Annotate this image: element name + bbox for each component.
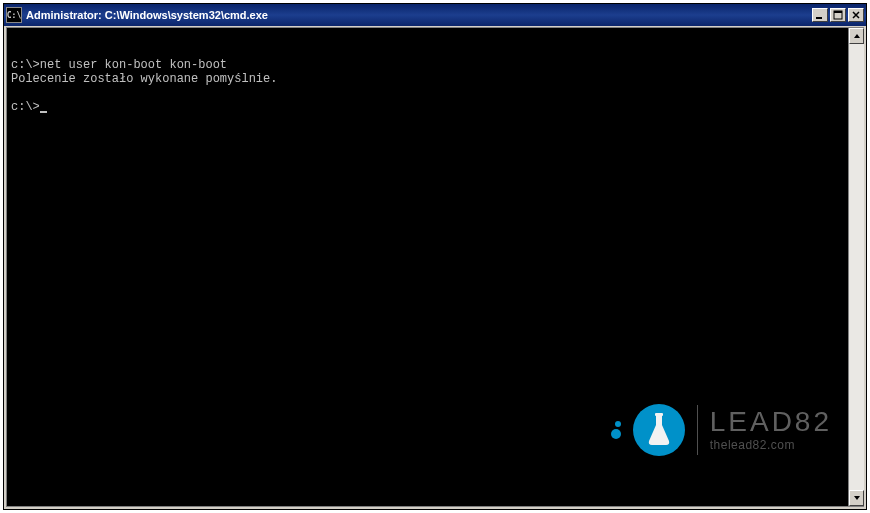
minimize-button[interactable]	[812, 8, 828, 22]
bubble-icon	[615, 421, 621, 427]
window-title: Administrator: C:\Windows\system32\cmd.e…	[26, 9, 810, 21]
cmd-icon: C:\	[6, 7, 22, 23]
svg-rect-0	[816, 17, 822, 19]
scroll-down-button[interactable]	[849, 490, 864, 506]
console-line: Polecenie zostało wykonane pomyślnie.	[11, 72, 844, 86]
window-controls	[810, 8, 864, 22]
watermark-logo	[633, 404, 685, 456]
console-output[interactable]: c:\>net user kon-boot kon-bootPolecenie …	[7, 28, 848, 506]
titlebar[interactable]: C:\ Administrator: C:\Windows\system32\c…	[4, 4, 866, 26]
watermark-brand: LEAD82	[710, 408, 832, 436]
watermark-divider	[697, 405, 698, 455]
cmd-window: C:\ Administrator: C:\Windows\system32\c…	[3, 3, 867, 510]
cmd-icon-label: C:\	[7, 11, 21, 20]
flask-icon	[645, 413, 673, 447]
scroll-track[interactable]	[849, 44, 864, 490]
svg-rect-2	[834, 11, 842, 13]
vertical-scrollbar[interactable]	[848, 28, 864, 506]
svg-rect-3	[655, 413, 663, 416]
bubble-icon	[611, 429, 621, 439]
window-frame: c:\>net user kon-boot kon-bootPolecenie …	[4, 26, 866, 509]
scroll-up-button[interactable]	[849, 28, 864, 44]
console-prompt: c:\>	[11, 100, 40, 114]
watermark-text: LEAD82 thelead82.com	[710, 408, 832, 452]
cursor	[40, 111, 47, 113]
content-area: c:\>net user kon-boot kon-bootPolecenie …	[6, 27, 864, 507]
console-line: c:\>net user kon-boot kon-boot	[11, 58, 844, 72]
watermark-bubbles	[611, 421, 621, 439]
watermark: LEAD82 thelead82.com	[611, 404, 832, 456]
close-button[interactable]	[848, 8, 864, 22]
maximize-button[interactable]	[830, 8, 846, 22]
watermark-url: thelead82.com	[710, 438, 832, 452]
